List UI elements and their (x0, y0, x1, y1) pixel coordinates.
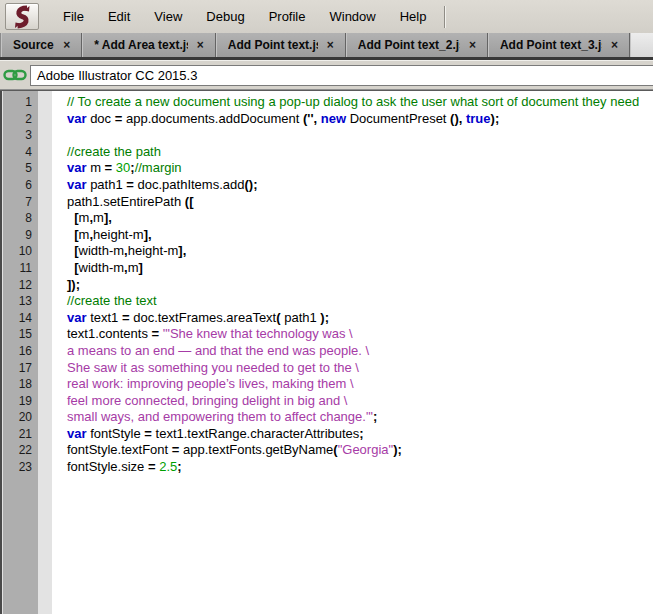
line-number: 10 (3, 243, 32, 260)
target-toolbar: Adobe Illustrator CC 2015.3 (0, 60, 653, 90)
code-line: real work: improving people’s lives, mak… (67, 376, 653, 393)
menubar-separator (444, 6, 446, 28)
line-number: 5 (3, 160, 32, 177)
line-number: 21 (3, 426, 32, 443)
code-line: fontStyle.textFont = app.textFonts.getBy… (67, 442, 653, 459)
menu-debug[interactable]: Debug (194, 0, 256, 33)
menu-view[interactable]: View (142, 0, 194, 33)
code-line: a means to an end — and that the end was… (67, 343, 653, 360)
tab-close-icon[interactable]: × (63, 39, 70, 51)
tab--add-area-text-jsx[interactable]: * Add Area text.jsx× (82, 33, 215, 57)
tab-close-icon[interactable]: × (327, 39, 334, 51)
code-line: var fontStyle = text1.textRange.characte… (67, 426, 653, 443)
tab-close-icon[interactable]: × (197, 39, 204, 51)
code-line: She saw it as something you needed to ge… (67, 360, 653, 377)
menu-help[interactable]: Help (388, 0, 439, 33)
menu-file[interactable]: File (51, 0, 96, 33)
tab-source1[interactable]: Source1× (1, 33, 82, 57)
tab-bar: Source1×* Add Area text.jsx×Add Point te… (0, 33, 653, 60)
code-line: //create the path (67, 144, 653, 161)
code-line: var text1 = doc.textFrames.areaText( pat… (67, 310, 653, 327)
code-line: var doc = app.documents.addDocument ('',… (67, 111, 653, 128)
menu-profile[interactable]: Profile (257, 0, 318, 33)
menu-edit[interactable]: Edit (96, 0, 142, 33)
code-line: var path1 = doc.pathItems.add(); (67, 177, 653, 194)
tab-close-icon[interactable]: × (469, 39, 476, 51)
line-number: 6 (3, 177, 32, 194)
code-line: [width-m,height-m], (67, 243, 653, 260)
line-number: 2 (3, 111, 32, 128)
code-line: [m,m], (67, 210, 653, 227)
target-application-select[interactable]: Adobe Illustrator CC 2015.3 (30, 65, 653, 86)
tab-add-point-text-3-jsx[interactable]: Add Point text_3.jsx× (488, 33, 630, 57)
line-number: 3 (3, 127, 32, 144)
code-line (67, 127, 653, 144)
line-number: 4 (3, 144, 32, 161)
code-line: text1.contents = '"She knew that technol… (67, 326, 653, 343)
code-line: path1.setEntirePath ([ (67, 194, 653, 211)
tab-label: Add Point text_3.jsx (500, 38, 602, 52)
line-number: 12 (3, 277, 32, 294)
code-line: // To create a new document using a pop-… (67, 94, 653, 111)
line-number: 22 (3, 442, 32, 459)
menu-window[interactable]: Window (317, 0, 387, 33)
line-number: 14 (3, 310, 32, 327)
line-number: 11 (3, 260, 32, 277)
code-line: [m,height-m], (67, 227, 653, 244)
tab-label: Add Point text.jsx (228, 38, 318, 52)
menu-bar: FileEditViewDebugProfileWindowHelp (0, 0, 653, 33)
code-line: feel more connected, bringing delight in… (67, 393, 653, 410)
line-number: 20 (3, 409, 32, 426)
code-line: var m = 30;//margin (67, 160, 653, 177)
code-line: //create the text (67, 293, 653, 310)
tab-add-point-text-jsx[interactable]: Add Point text.jsx× (216, 33, 346, 57)
menubar-items: FileEditViewDebugProfileWindowHelp (51, 0, 438, 33)
link-chain-icon (3, 68, 27, 82)
line-number: 19 (3, 393, 32, 410)
code-line: [width-m,m] (67, 260, 653, 277)
line-number: 17 (3, 360, 32, 377)
line-number: 8 (3, 210, 32, 227)
tab-label: Add Point text_2.jsx (358, 38, 460, 52)
line-number: 15 (3, 326, 32, 343)
app-logo-button[interactable] (5, 3, 39, 30)
code-line: small ways, and empowering them to affec… (67, 409, 653, 426)
code-line: ]); (67, 277, 653, 294)
gutter-numbers[interactable]: 1234567891011121314151617181920212223 (3, 91, 38, 614)
tab-add-point-text-2-jsx[interactable]: Add Point text_2.jsx× (346, 33, 488, 57)
line-number: 9 (3, 227, 32, 244)
tab-label: * Add Area text.jsx (94, 38, 187, 52)
line-number: 18 (3, 376, 32, 393)
tab-label: Source1 (13, 38, 54, 52)
line-number: 7 (3, 194, 32, 211)
line-number: 1 (3, 94, 32, 111)
line-number: 23 (3, 459, 32, 476)
line-number: 13 (3, 293, 32, 310)
line-number: 16 (3, 343, 32, 360)
code-line: fontStyle.size = 2.5; (67, 459, 653, 476)
connect-target-button[interactable] (0, 68, 30, 82)
code-lines[interactable]: // To create a new document using a pop-… (52, 91, 653, 614)
tab--sourc[interactable]: * Sourc (630, 33, 653, 57)
extendscript-toolkit-logo-icon (11, 5, 33, 29)
breakpoint-margin[interactable] (38, 91, 52, 614)
script-editor: 1234567891011121314151617181920212223 //… (0, 90, 653, 614)
tab-close-icon[interactable]: × (611, 39, 618, 51)
